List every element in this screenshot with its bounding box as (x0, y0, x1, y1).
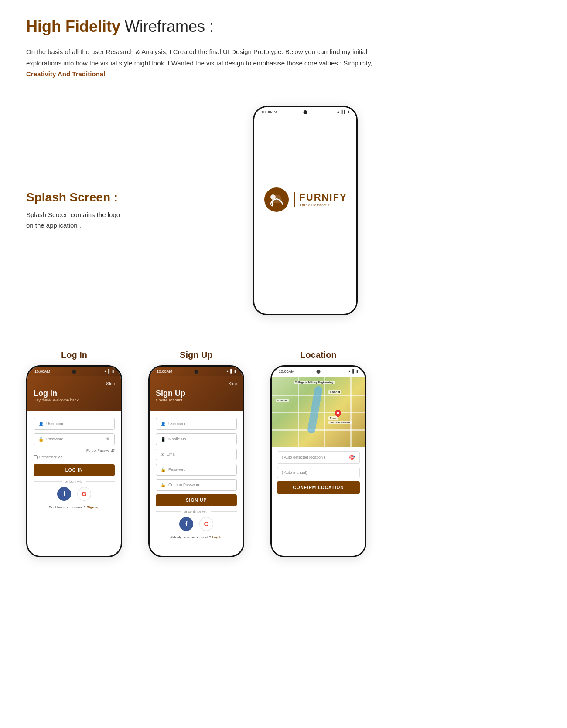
phone-time: 10:00AM (261, 110, 277, 114)
google-login-button[interactable]: G (77, 487, 91, 501)
login-status-bar: 10:00AM ▲ ▌ ▮ (27, 367, 121, 376)
map-sangvi-label: SANGVI (276, 399, 289, 402)
username-field[interactable]: 👤 Username (34, 418, 115, 430)
splash-phone: 10:00AM ▲ ▌▌ ▮ (253, 106, 358, 315)
auto-manual-text: ( Auto manual) (282, 470, 307, 475)
status-icons: ▲ ▌▌ ▮ (337, 110, 349, 114)
password-field[interactable]: 🔒 Password 👁 (34, 433, 115, 445)
remember-me-checkbox[interactable]: Remember Me (34, 455, 115, 459)
brand-name: FURNIFY (299, 192, 347, 203)
location-phone: 10:00AM ▲ ▌ ▮ K (270, 365, 366, 557)
sign-up-link[interactable]: Sign up (87, 505, 99, 509)
signup-mobile-field[interactable]: 📱 Mobile No (156, 433, 237, 445)
signup-email-placeholder: Email (167, 452, 177, 456)
username-placeholder: Username (46, 422, 65, 426)
signup-form-area: 👤 Username 📱 Mobile No ✉ Email 🔒 Passwor… (150, 411, 243, 546)
signup-confirm-password-field[interactable]: 🔒 Confirm Password (156, 479, 237, 491)
splash-title: Splash Screen : (26, 191, 131, 204)
furnify-logo: FURNIFY Think Comfort ! (263, 187, 347, 213)
location-pin (335, 410, 341, 419)
signup-social-buttons: f G (156, 517, 237, 531)
or-divider: or login with (34, 480, 115, 483)
social-buttons: f G (34, 487, 115, 501)
signup-confirm-password-placeholder: Confirm Password (168, 483, 201, 487)
facebook-login-button[interactable]: f (57, 487, 71, 501)
signup-subtitle: Create account (156, 398, 237, 402)
user-icon: 👤 (38, 422, 44, 426)
road-v1 (298, 377, 299, 447)
login-screen-title: Log In (34, 389, 115, 398)
splash-desc: Splash Screen contains the logo on the a… (26, 210, 131, 231)
signup-header-area: Skip Sign Up Create account (150, 376, 243, 411)
login-col: Log In 10:00AM ▲ ▌ ▮ Skip Log In Hey the… (26, 350, 122, 557)
google-signup-button[interactable]: G (199, 517, 213, 531)
page-header: High Fidelity Wireframes : (26, 17, 541, 36)
forgot-password-link[interactable]: Forgot Password? (34, 449, 115, 452)
map-khadki-label: Khadki (328, 390, 341, 394)
auto-detected-field[interactable]: ( Auto detected location ) 🎯 (277, 451, 360, 464)
location-label: Location (300, 350, 336, 360)
auto-detected-text: ( Auto detected location ) (282, 455, 325, 459)
facebook-signup-button[interactable]: f (179, 517, 193, 531)
signup-status-icons: ▲ ▌ ▮ (225, 369, 236, 373)
signup-username-field[interactable]: 👤 Username (156, 418, 237, 430)
signup-col: Sign Up 10:00AM ▲ ▌ ▮ Skip Sign Up Creat… (148, 350, 244, 557)
user-icon: 👤 (161, 422, 166, 426)
signup-password-field[interactable]: 🔒 Password (156, 464, 237, 476)
signup-mobile-placeholder: Mobile No (168, 437, 186, 441)
signup-phone: 10:00AM ▲ ▌ ▮ Skip Sign Up Create accoun… (148, 365, 244, 557)
location-col: Location 10:00AM ▲ ▌ ▮ (270, 350, 366, 557)
road-v3 (350, 377, 352, 447)
battery-icon: ▮ (112, 369, 114, 373)
lock-icon: 🔒 (161, 467, 166, 472)
confirm-location-button[interactable]: CONFIRM LOCATION (277, 481, 360, 494)
battery-icon: ▮ (356, 369, 358, 373)
splash-text: Splash Screen : Splash Screen contains t… (26, 191, 131, 231)
wifi-icon: ▲ (103, 369, 107, 373)
signal-icon: ▌▌ (342, 110, 346, 114)
login-button[interactable]: LOG IN (34, 464, 115, 476)
wifi-icon: ▲ (225, 369, 229, 373)
login-label: Log In (61, 350, 87, 360)
signup-time: 10:00AM (157, 369, 172, 374)
signup-button[interactable]: SIGN UP (156, 494, 237, 506)
eye-icon: 👁 (106, 437, 110, 441)
checkbox[interactable] (34, 455, 38, 459)
furnify-brand: FURNIFY Think Comfort ! (294, 192, 347, 207)
or-text: or login with (65, 480, 84, 483)
header-divider (221, 27, 541, 27)
phone-camera (304, 110, 307, 114)
splash-logo-area: FURNIFY Think Comfort ! (254, 117, 356, 282)
location-camera (317, 370, 321, 374)
signup-email-field[interactable]: ✉ Email (156, 449, 237, 460)
brand-tagline: Think Comfort ! (299, 203, 347, 207)
login-camera (72, 370, 76, 374)
or-divider-signup: or continue with (156, 510, 237, 514)
signup-skip-button[interactable]: Skip (156, 381, 237, 386)
wifi-icon: ▲ (348, 369, 351, 373)
auto-manual-field[interactable]: ( Auto manual) (277, 467, 360, 478)
signal-icon: ▌ (230, 369, 233, 373)
location-time: 10:00AM (279, 369, 294, 374)
wifi-icon: ▲ (337, 110, 340, 114)
remember-me-label: Remember Me (39, 455, 62, 459)
signup-screen-title: Sign Up (156, 389, 237, 398)
lock-icon: 🔒 (161, 483, 166, 487)
skip-button[interactable]: Skip (34, 381, 115, 386)
svg-point-1 (270, 194, 276, 200)
target-icon: 🎯 (349, 455, 355, 460)
signup-username-placeholder: Username (168, 422, 187, 426)
road-v2 (324, 377, 325, 447)
lock-icon: 🔒 (38, 437, 44, 442)
email-icon: ✉ (161, 452, 164, 457)
location-status-icons: ▲ ▌ ▮ (348, 369, 358, 373)
map-college-label: College of Military Engineering (294, 381, 335, 384)
signup-password-placeholder: Password (168, 467, 186, 472)
login-link-area: Aldenly have an account ? Log In (156, 535, 237, 539)
login-status-icons: ▲ ▌ ▮ (103, 369, 114, 373)
login-phone: 10:00AM ▲ ▌ ▮ Skip Log In Hey there! Wel… (26, 365, 122, 557)
svg-point-2 (337, 412, 339, 414)
page-description: On the basis of all the user Research & … (26, 46, 401, 80)
log-in-link[interactable]: Log In (212, 535, 222, 539)
signup-camera (195, 370, 198, 374)
